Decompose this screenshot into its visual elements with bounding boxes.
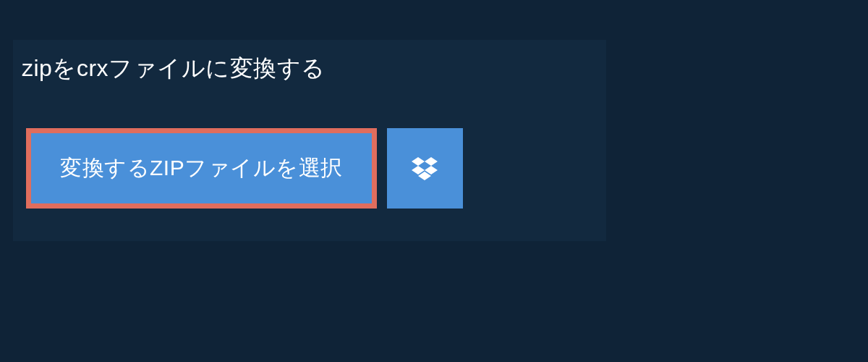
- title-bar: zipをcrxファイルに変換する: [13, 40, 347, 98]
- select-file-button[interactable]: 変換するZIPファイルを選択: [26, 128, 377, 209]
- dropbox-icon: [412, 157, 438, 180]
- page-title: zipをcrxファイルに変換する: [22, 55, 326, 81]
- converter-panel: zipをcrxファイルに変換する 変換するZIPファイルを選択: [13, 40, 606, 241]
- select-file-label: 変換するZIPファイルを選択: [60, 156, 343, 180]
- dropbox-button[interactable]: [387, 128, 463, 209]
- button-row: 変換するZIPファイルを選択: [26, 128, 606, 209]
